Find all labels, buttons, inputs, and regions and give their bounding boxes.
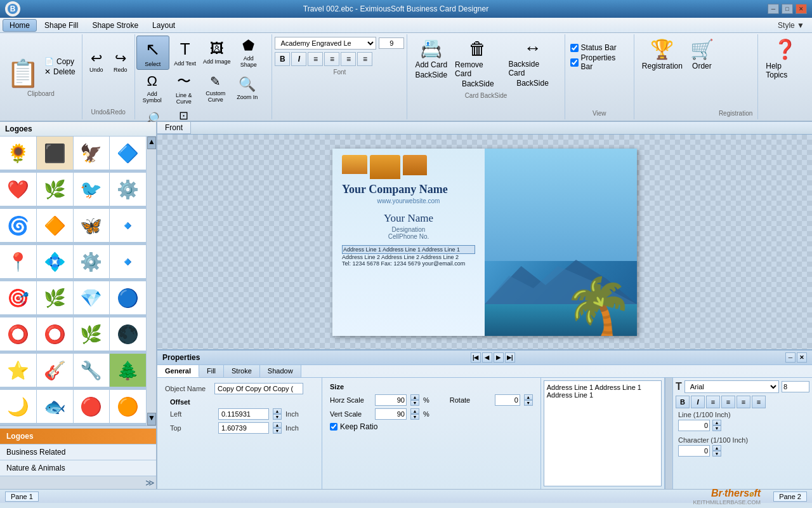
char-down[interactable]: ▼ — [712, 451, 721, 457]
minimize-button[interactable]: ─ — [768, 4, 779, 14]
horz-scale-input[interactable] — [375, 394, 407, 406]
vert-down[interactable]: ▼ — [410, 414, 419, 420]
zoom-in-button[interactable]: 🔍 Zoom In — [232, 70, 263, 107]
rotate-input[interactable] — [495, 394, 520, 406]
list-item[interactable]: 🦅 — [74, 137, 110, 170]
list-item[interactable]: 🦋 — [74, 209, 110, 242]
menu-shape-stroke[interactable]: Shape Stroke — [86, 20, 145, 31]
expand-panel-button[interactable]: ≫ — [145, 478, 155, 488]
horz-scale-spinner[interactable]: ▲ ▼ — [410, 394, 419, 406]
char-value-input[interactable] — [678, 445, 710, 457]
backside-card-button[interactable]: ↔ Backside Card BackSide — [506, 37, 559, 90]
align-center-button[interactable]: ≡ — [324, 52, 339, 66]
copy-button[interactable]: 📄 Copy — [43, 57, 77, 67]
list-item[interactable]: ⬛ — [37, 137, 73, 170]
list-item[interactable]: 🎯 — [0, 281, 36, 314]
undo-button[interactable]: ↩ Undo — [85, 50, 108, 75]
list-item[interactable]: 💎 — [74, 281, 110, 314]
help-button[interactable]: ❓ Help Topics — [763, 37, 807, 117]
text-scrollbar[interactable] — [665, 378, 672, 489]
list-item[interactable]: 🌿 — [74, 318, 110, 351]
list-item[interactable]: 🌑 — [110, 318, 146, 351]
list-item[interactable]: 💠 — [37, 245, 73, 278]
italic-button[interactable]: I — [291, 52, 306, 66]
rotate-down[interactable]: ▼ — [524, 400, 533, 406]
text-preview[interactable]: Address Line 1 Address Line 1 Address Li… — [544, 380, 662, 486]
char-spinner[interactable]: ▲ ▼ — [712, 445, 721, 457]
list-item[interactable]: 🌙 — [0, 390, 36, 423]
list-item[interactable]: 🔵 — [110, 281, 146, 314]
category-nature[interactable]: Nature & Animals — [0, 460, 156, 476]
add-shape-button[interactable]: ⬟ Add Shape — [233, 36, 265, 70]
prop-justify-button[interactable]: ≡ — [752, 396, 766, 408]
font-name-dropdown[interactable]: Academy Engraved Le — [275, 37, 376, 50]
list-item[interactable]: 🌿 — [37, 173, 73, 206]
top-value-input[interactable] — [218, 422, 269, 434]
list-item[interactable]: 🐦 — [74, 173, 110, 206]
category-business[interactable]: Business Related — [0, 444, 156, 460]
rotate-up[interactable]: ▲ — [524, 394, 533, 400]
object-name-input[interactable] — [214, 383, 303, 394]
remove-card-backside-button[interactable]: 🗑 Remove Card BackSide — [452, 37, 503, 90]
list-item[interactable]: ⚙️ — [74, 245, 110, 278]
select-button[interactable]: ↖ Select — [136, 36, 169, 70]
list-item[interactable]: 🟠 — [110, 390, 146, 423]
prop-close-button[interactable]: ✕ — [797, 352, 807, 363]
line-up[interactable]: ▲ — [712, 420, 721, 425]
prop-align-left-button[interactable]: ≡ — [706, 396, 720, 408]
left-spinner[interactable]: ▲ ▼ — [273, 408, 282, 420]
list-item[interactable]: 📍 — [0, 245, 36, 278]
list-item[interactable]: 🔷 — [110, 137, 146, 170]
list-item[interactable]: 🎸 — [37, 354, 73, 387]
status-bar-toggle[interactable] — [570, 44, 579, 52]
maximize-button[interactable]: □ — [782, 4, 793, 14]
add-image-button[interactable]: 🖼 Add Image — [201, 36, 233, 70]
bold-button[interactable]: B — [275, 52, 290, 66]
style-dropdown[interactable]: Style ▼ — [778, 21, 809, 30]
left-spin-down[interactable]: ▼ — [273, 414, 282, 420]
status-bar-checkbox[interactable]: Status Bar — [570, 43, 629, 52]
top-spin-up[interactable]: ▲ — [273, 422, 282, 428]
rotate-spinner[interactable]: ▲ ▼ — [524, 394, 533, 406]
prop-nav-prev[interactable]: ◀ — [482, 352, 492, 363]
list-item[interactable]: ❤️ — [0, 173, 36, 206]
tab-fill[interactable]: Fill — [199, 365, 224, 377]
horz-down[interactable]: ▼ — [410, 400, 419, 406]
align-left-button[interactable]: ≡ — [308, 52, 323, 66]
prop-nav-last[interactable]: ▶| — [505, 352, 515, 363]
prop-minimize-button[interactable]: ─ — [785, 352, 796, 363]
horz-up[interactable]: ▲ — [410, 394, 419, 400]
list-item[interactable]: 🌀 — [0, 209, 36, 242]
list-item[interactable]: 🌿 — [37, 281, 73, 314]
line-curve-button[interactable]: 〜 Line & Curve — [168, 70, 200, 107]
list-item[interactable]: 🐟 — [37, 390, 73, 423]
list-item[interactable]: 🔹 — [110, 209, 146, 242]
order-button[interactable]: 🛒 Order — [688, 37, 716, 117]
tab-general[interactable]: General — [157, 365, 199, 377]
list-item[interactable]: ⭕ — [0, 318, 36, 351]
tab-shadow[interactable]: Shadow — [260, 365, 301, 377]
tab-stroke[interactable]: Stroke — [224, 365, 260, 377]
logo-scrollbar[interactable]: ▲ ▼ — [146, 137, 156, 425]
registration-button[interactable]: 🏆 Registration — [639, 37, 685, 117]
list-item[interactable]: 🌻 — [0, 137, 36, 170]
left-value-input[interactable] — [218, 408, 269, 420]
list-item[interactable]: 🔧 — [74, 354, 110, 387]
prop-nav-next[interactable]: ▶ — [494, 352, 504, 363]
justify-button[interactable]: ≡ — [357, 52, 372, 66]
redo-button[interactable]: ↪ Redo — [109, 50, 132, 75]
delete-button[interactable]: ✕ Delete — [43, 67, 77, 77]
char-up[interactable]: ▲ — [712, 445, 721, 451]
canvas-surface[interactable]: Your Company Name www.yourwebsite.com Yo… — [157, 135, 812, 349]
list-item[interactable]: ⭐ — [0, 354, 36, 387]
prop-italic-button[interactable]: I — [691, 396, 705, 408]
list-item[interactable]: 🔶 — [37, 209, 73, 242]
add-card-backside-button[interactable]: 📇 Add Card BackSide — [412, 37, 450, 90]
prop-align-center-button[interactable]: ≡ — [721, 396, 735, 408]
menu-home[interactable]: Home — [3, 19, 37, 32]
list-item[interactable]: ⚙️ — [110, 173, 146, 206]
prop-font-name-dropdown[interactable]: Arial — [684, 380, 779, 393]
prop-nav-first[interactable]: |◀ — [471, 352, 481, 363]
paste-button[interactable]: 📋 — [5, 57, 41, 90]
menu-shape-fill[interactable]: Shape Fill — [38, 20, 84, 31]
